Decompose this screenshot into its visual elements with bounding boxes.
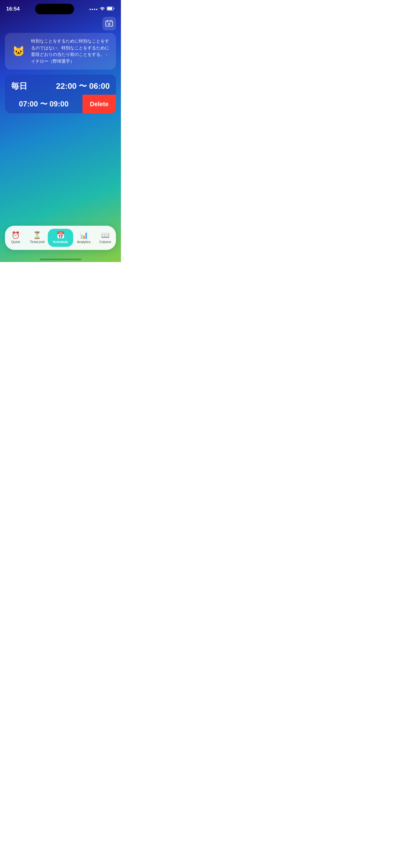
- home-indicator: [40, 258, 81, 260]
- schedule-icon: 📅: [57, 232, 65, 239]
- signal-icon: ●●●●: [89, 7, 98, 11]
- tab-quick[interactable]: ⏰ Quick: [5, 231, 26, 245]
- tab-timelimit-label: TimeLimit: [30, 240, 44, 244]
- schedule-time-main: 22:00 〜 06:00: [56, 81, 110, 92]
- tab-timelimit[interactable]: ⏳ TimeLimit: [26, 231, 48, 245]
- battery-icon: [107, 6, 115, 11]
- dynamic-island: [35, 4, 74, 14]
- analytics-icon: 📊: [80, 232, 88, 239]
- tab-schedule[interactable]: 📅 Schedule: [48, 229, 73, 247]
- wifi-icon: [100, 6, 105, 11]
- status-time: 16:54: [6, 6, 20, 12]
- schedule-time-secondary: 07:00 〜 09:00: [5, 95, 82, 113]
- quote-text: 特別なことをするために特別なことをするのではない、特別なことをするために普段どお…: [31, 38, 110, 65]
- add-schedule-button[interactable]: [102, 17, 116, 30]
- tab-analytics[interactable]: 📊 Analytics: [73, 231, 95, 245]
- tab-column[interactable]: 📖 Column: [95, 231, 116, 245]
- top-action-bar: [0, 16, 121, 33]
- tab-bar: ⏰ Quick ⏳ TimeLimit 📅 Schedule 📊 Analyti…: [5, 226, 116, 250]
- tab-analytics-label: Analytics: [77, 240, 91, 244]
- quote-avatar: 🐱: [10, 43, 27, 59]
- tab-quick-label: Quick: [11, 240, 20, 244]
- status-icons: ●●●●: [89, 6, 115, 11]
- timelimit-icon: ⏳: [33, 232, 41, 239]
- quote-card: 🐱 特別なことをするために特別なことをするのではない、特別なことをするために普段…: [5, 33, 116, 69]
- content-area: 🐱 特別なことをするために特別なことをするのではない、特別なことをするために普段…: [0, 33, 121, 129]
- schedule-label: 毎日: [11, 81, 27, 92]
- screen: 16:54 ●●●●: [0, 0, 121, 262]
- schedule-secondary-row: 07:00 〜 09:00 Delete: [5, 95, 116, 113]
- column-icon: 📖: [101, 232, 109, 239]
- svg-rect-2: [107, 7, 112, 10]
- quick-icon: ⏰: [11, 232, 20, 239]
- tab-schedule-label: Schedule: [53, 240, 68, 244]
- tab-column-label: Column: [99, 240, 111, 244]
- svg-point-0: [102, 10, 103, 10]
- delete-button[interactable]: Delete: [82, 95, 116, 113]
- schedule-main-row: 毎日 22:00 〜 06:00: [5, 74, 116, 95]
- schedule-card: 毎日 22:00 〜 06:00 07:00 〜 09:00 Delete: [5, 74, 116, 113]
- status-bar: 16:54 ●●●●: [0, 0, 121, 16]
